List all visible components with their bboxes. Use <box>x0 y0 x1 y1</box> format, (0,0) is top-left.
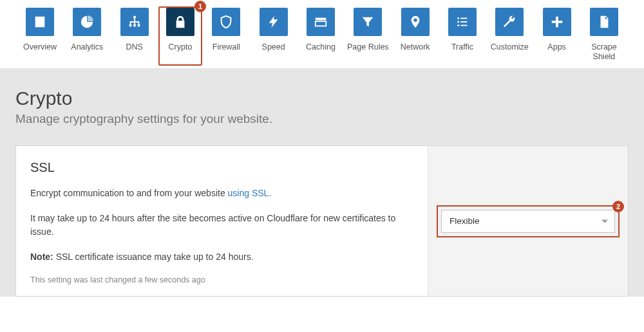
ssl-note: Note: SSL certificate issuance may take … <box>30 250 413 264</box>
nav-label: Analytics <box>71 42 103 52</box>
svg-rect-1 <box>129 24 131 27</box>
nav-apps[interactable]: Apps <box>535 8 579 62</box>
nav-label: Network <box>401 42 430 52</box>
nav-label: Firewall <box>213 42 240 52</box>
nav-label: Apps <box>547 42 566 52</box>
ssl-mode-value: Flexible <box>450 216 480 226</box>
ssl-card-body: SSL Encrypt communication to and from yo… <box>16 146 428 296</box>
bolt-icon <box>260 8 288 36</box>
pin-icon <box>401 8 430 36</box>
nav-network[interactable]: Network <box>393 8 437 62</box>
nav-customize[interactable]: Customize <box>488 8 531 62</box>
svg-rect-7 <box>460 18 467 19</box>
ssl-card-side: 2 Flexible <box>428 146 628 296</box>
nav-label: Scrape Shield <box>582 42 626 62</box>
wrench-icon <box>495 8 524 36</box>
document-icon <box>590 8 618 36</box>
nav-label: Overview <box>23 42 57 52</box>
ssl-desc: Encrypt communication to and from your w… <box>30 187 413 200</box>
overview-icon <box>26 8 54 36</box>
nav-crypto[interactable]: 1 Crypto <box>158 6 202 66</box>
nav-label: Crypto <box>169 42 193 52</box>
step-badge-1: 1 <box>194 1 206 12</box>
svg-point-8 <box>457 21 459 23</box>
plus-icon <box>543 8 571 36</box>
nav-analytics[interactable]: Analytics <box>65 8 109 62</box>
note-label: Note: <box>30 252 53 262</box>
ssl-card: SSL Encrypt communication to and from yo… <box>15 145 629 297</box>
nav-label: Customize <box>491 42 529 52</box>
analytics-icon <box>73 8 101 36</box>
svg-rect-9 <box>460 21 467 23</box>
nav-traffic[interactable]: Traffic <box>440 8 484 62</box>
step-badge-2: 2 <box>612 201 624 212</box>
nav-firewall[interactable]: Firewall <box>204 8 248 62</box>
svg-point-6 <box>457 17 459 19</box>
nav-label: Traffic <box>451 42 473 52</box>
svg-rect-3 <box>137 24 140 27</box>
dns-icon <box>120 8 149 36</box>
nav-scrape-shield[interactable]: Scrape Shield <box>582 8 626 62</box>
nav-label: DNS <box>126 42 142 52</box>
nav-caching[interactable]: Caching <box>299 8 343 62</box>
nav-dns[interactable]: DNS <box>113 8 156 62</box>
ssl-mode-select-wrap: 2 Flexible <box>441 210 615 233</box>
svg-rect-11 <box>460 25 467 26</box>
nav-pagerules[interactable]: Page Rules <box>346 8 390 62</box>
nav-label: Speed <box>262 42 285 52</box>
funnel-icon <box>354 8 382 36</box>
ssl-mode-select[interactable]: Flexible <box>441 210 615 233</box>
svg-rect-2 <box>133 24 136 27</box>
top-nav: Overview Analytics DNS 1 Crypto Firewall… <box>0 0 644 68</box>
nav-label: Page Rules <box>347 42 389 52</box>
svg-point-10 <box>457 24 459 26</box>
page-title: Crypto <box>15 88 629 109</box>
ssl-wait-text: It may take up to 24 hours after the sit… <box>30 212 413 239</box>
ssl-last-changed: This setting was last changed a few seco… <box>30 275 413 284</box>
using-ssl-link[interactable]: using SSL <box>228 188 269 198</box>
nav-label: Caching <box>306 42 336 52</box>
svg-rect-5 <box>316 21 327 26</box>
caching-icon <box>307 8 335 36</box>
nav-overview[interactable]: Overview <box>18 8 62 62</box>
list-icon <box>448 8 477 36</box>
svg-rect-4 <box>316 18 327 21</box>
lock-icon <box>166 8 194 36</box>
page-body: Crypto Manage cryptography settings for … <box>0 68 644 297</box>
svg-rect-0 <box>133 16 136 19</box>
nav-speed[interactable]: Speed <box>252 8 296 62</box>
shield-icon <box>212 8 240 36</box>
chevron-down-icon <box>601 219 608 223</box>
page-subtitle: Manage cryptography settings for your we… <box>15 112 629 126</box>
ssl-title: SSL <box>30 160 413 175</box>
